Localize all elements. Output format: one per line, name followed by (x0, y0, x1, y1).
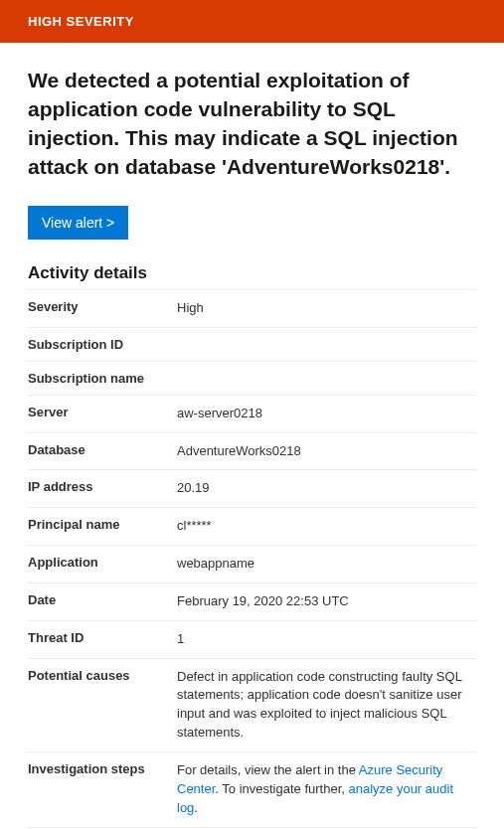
label-threat-id: Threat ID (28, 620, 177, 658)
value-subscription-name (177, 361, 476, 395)
label-severity: Severity (28, 289, 177, 327)
label-subscription-id: Subscription ID (28, 327, 177, 361)
investigation-prefix: For details, view the alert in the (177, 762, 359, 777)
value-subscription-id (177, 327, 476, 361)
alert-title: We detected a potential exploitation of … (28, 67, 476, 182)
value-investigation-steps: For details, view the alert in the Azure… (177, 752, 476, 828)
severity-label: HIGH SEVERITY (28, 14, 134, 29)
activity-details-title: Activity details (28, 263, 476, 283)
table-row-subscription-id: Subscription ID (28, 327, 476, 361)
table-row-server: Server aw-server0218 (28, 395, 476, 432)
table-row-ip-address: IP address 20.19 (28, 470, 476, 508)
value-threat-id: 1 (177, 620, 476, 658)
alert-content: We detected a potential exploitation of … (0, 43, 504, 829)
value-severity: High (177, 289, 476, 327)
investigation-suffix: . (194, 800, 198, 815)
value-database: AdventureWorks0218 (177, 432, 476, 470)
value-principal-name: cl***** (177, 508, 476, 546)
value-date: February 19, 2020 22:53 UTC (177, 582, 476, 620)
label-database: Database (28, 432, 177, 470)
label-date: Date (28, 582, 177, 620)
label-ip-address: IP address (28, 470, 177, 508)
table-row-database: Database AdventureWorks0218 (28, 432, 476, 470)
investigation-middle: . To investigate further, (215, 781, 348, 796)
value-potential-causes: Defect in application code constructing … (177, 658, 476, 751)
value-application: webappname (177, 546, 476, 583)
label-subscription-name: Subscription name (28, 361, 177, 395)
table-row-principal-name: Principal name cl***** (28, 508, 476, 546)
label-application: Application (28, 546, 177, 583)
table-row-investigation-steps: Investigation steps For details, view th… (28, 752, 476, 828)
label-investigation-steps: Investigation steps (28, 752, 177, 828)
table-row-potential-causes: Potential causes Defect in application c… (28, 658, 476, 751)
table-row-subscription-name: Subscription name (28, 361, 476, 395)
table-row-application: Application webappname (28, 546, 476, 583)
view-alert-button[interactable]: View alert > (28, 206, 128, 240)
value-ip-address: 20.19 (177, 470, 476, 508)
severity-banner: HIGH SEVERITY (0, 0, 504, 43)
label-potential-causes: Potential causes (28, 658, 177, 751)
value-server: aw-server0218 (177, 395, 476, 432)
table-row-threat-id: Threat ID 1 (28, 620, 476, 658)
table-row-severity: Severity High (28, 289, 476, 327)
label-server: Server (28, 395, 177, 432)
label-principal-name: Principal name (28, 508, 177, 546)
activity-details-table: Severity High Subscription ID Subscripti… (28, 289, 476, 829)
table-row-date: Date February 19, 2020 22:53 UTC (28, 582, 476, 620)
